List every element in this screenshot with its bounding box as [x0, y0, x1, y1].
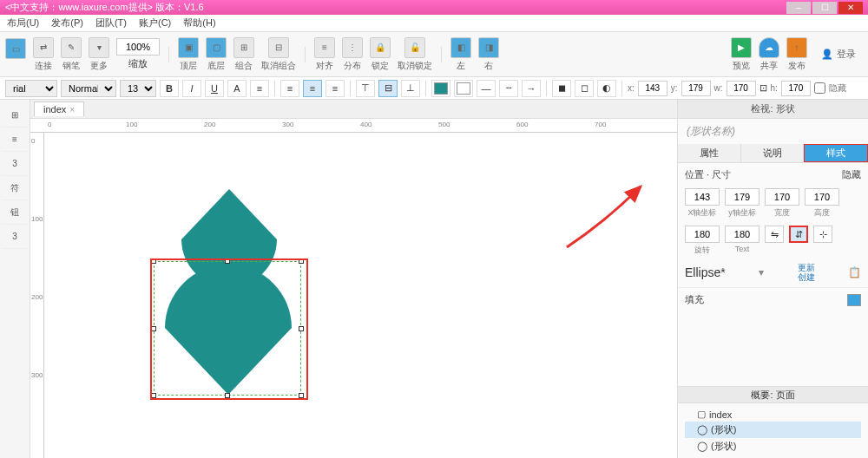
menu-help[interactable]: 帮助(H)	[183, 16, 215, 29]
y-input[interactable]	[681, 81, 711, 96]
sel-handle-br[interactable]	[299, 393, 304, 398]
preview-icon[interactable]: ▶	[731, 37, 752, 58]
bullets-button[interactable]: ≡	[250, 80, 269, 97]
menu-bar: 布局(U) 发布(P) 团队(T) 账户(C) 帮助(H)	[0, 15, 868, 32]
close-button[interactable]: ✕	[838, 2, 863, 14]
publish-icon[interactable]: ↑	[786, 37, 807, 58]
panel-item-3[interactable]: 3	[2, 152, 28, 176]
pen-icon[interactable]: ✎	[61, 37, 82, 58]
main-toolbar: ▭ ⇄连接 ✎钢笔 ▾更多 缩放 ▣顶层 ▢底层 ⊞组合 ⊟取消组合 ≡对齐 ⋮…	[0, 32, 868, 77]
canvas[interactable]	[44, 133, 677, 458]
align-icon[interactable]: ≡	[314, 37, 335, 58]
outline-page[interactable]: ▢index	[685, 407, 861, 422]
sel-handle-tl[interactable]	[151, 258, 156, 264]
valign-m-button[interactable]: ⊟	[378, 80, 398, 97]
ungroup-icon[interactable]: ⊟	[268, 37, 289, 58]
style-name[interactable]: Ellipse*	[685, 265, 726, 279]
ins-h-input[interactable]	[805, 188, 839, 206]
minimize-button[interactable]: –	[786, 2, 811, 14]
font-select[interactable]: rial	[5, 80, 57, 97]
panel-item-6[interactable]: 3	[2, 225, 28, 249]
send-back-icon[interactable]: ▢	[206, 37, 227, 58]
shape-name-input[interactable]: (形状名称)	[678, 119, 868, 144]
shadow-ext-button[interactable]: ◼	[552, 80, 571, 97]
outline-header: 概要: 页面	[678, 386, 868, 403]
tab-properties[interactable]: 属性	[678, 144, 741, 162]
underline-button[interactable]: U	[205, 80, 224, 97]
sel-handle-tc[interactable]	[225, 258, 230, 264]
w-input[interactable]	[727, 81, 756, 96]
unlock-icon[interactable]: 🔓	[404, 37, 425, 58]
align-l-button[interactable]: ≡	[280, 80, 299, 97]
ins-w-input[interactable]	[765, 188, 799, 206]
flip-h-icon[interactable]: ⇋	[765, 226, 784, 243]
sel-handle-ml[interactable]	[151, 326, 156, 331]
sel-handle-mr[interactable]	[299, 326, 304, 331]
lock-icon[interactable]: 🔒	[370, 37, 391, 58]
line-width-button[interactable]: —	[477, 80, 496, 97]
sel-handle-bl[interactable]	[151, 393, 156, 398]
italic-button[interactable]: I	[182, 80, 201, 97]
outline-shape-2[interactable]: ◯(形状)	[685, 438, 861, 455]
align-r-button[interactable]: ≡	[326, 80, 345, 97]
hidden-checkbox[interactable]	[814, 82, 825, 94]
x-input[interactable]	[638, 81, 667, 96]
panel-item-4[interactable]: 符	[2, 176, 28, 200]
fill-color-swatch[interactable]	[847, 294, 861, 306]
copy-style-icon[interactable]: 📋	[848, 266, 861, 278]
distribute-icon[interactable]: ⋮	[342, 37, 363, 58]
text-color-button[interactable]: A	[227, 80, 247, 97]
title-text: <中文支持：www.iaxure.com提供> 版本：V1.6	[5, 1, 204, 14]
sel-handle-bc[interactable]	[225, 393, 230, 398]
menu-team[interactable]: 团队(T)	[95, 16, 127, 29]
tab-index[interactable]: index ×	[34, 101, 84, 116]
shape-icon[interactable]: ▭	[5, 38, 26, 59]
menu-publish[interactable]: 发布(P)	[51, 16, 83, 29]
size-select[interactable]: 13	[120, 80, 156, 97]
panel-list-icon[interactable]: ≡	[2, 128, 28, 152]
update-link[interactable]: 更新	[798, 263, 815, 272]
flip-v-icon[interactable]: ⇵	[789, 226, 808, 243]
tab-notes[interactable]: 说明	[741, 144, 805, 162]
panel-add-icon[interactable]: ⊞	[2, 103, 28, 128]
anchor-icon[interactable]: ⊹	[813, 226, 832, 243]
arrow-button[interactable]: →	[522, 80, 541, 97]
maximize-button[interactable]: ☐	[812, 2, 837, 14]
panel-item-5[interactable]: 钮	[2, 200, 28, 225]
valign-t-button[interactable]: ⊤	[356, 80, 375, 97]
bold-button[interactable]: B	[160, 80, 179, 97]
lock-ratio-icon[interactable]: ⊡	[760, 82, 767, 94]
tab-style[interactable]: 样式	[804, 144, 868, 162]
login-button[interactable]: 👤登录	[814, 44, 863, 64]
menu-layout[interactable]: 布局(U)	[7, 16, 39, 29]
opacity-button[interactable]: ◐	[597, 80, 616, 97]
bring-front-icon[interactable]: ▣	[178, 37, 199, 58]
group-icon[interactable]: ⊞	[233, 37, 254, 58]
share-icon[interactable]: ☁	[759, 37, 779, 58]
ins-text-input[interactable]	[725, 226, 760, 243]
menu-account[interactable]: 账户(C)	[139, 16, 171, 29]
align-c-button[interactable]: ≡	[303, 80, 322, 97]
create-link[interactable]: 创建	[798, 272, 815, 282]
outline-shape-1[interactable]: ◯(形状)	[685, 422, 861, 438]
border-color-button[interactable]	[454, 80, 473, 97]
ins-x-input[interactable]	[685, 188, 720, 206]
shadow-in-button[interactable]: ◻	[575, 80, 594, 97]
sel-handle-tr[interactable]	[299, 258, 304, 264]
weight-select[interactable]: Normal	[61, 80, 116, 97]
zoom-input[interactable]	[116, 38, 160, 56]
valign-b-button[interactable]: ⊥	[401, 80, 420, 97]
line-style-button[interactable]: ╌	[499, 80, 518, 97]
ruler-horizontal: 0100 200300 400500 600700	[30, 119, 677, 133]
tab-close-icon[interactable]: ×	[69, 105, 75, 114]
h-input[interactable]	[781, 81, 811, 96]
page-icon: ▢	[697, 409, 706, 420]
align-left-icon[interactable]: ◧	[450, 37, 471, 58]
fill-color-button[interactable]	[431, 80, 450, 97]
ins-rot-input[interactable]	[685, 226, 720, 243]
connect-icon[interactable]: ⇄	[33, 37, 54, 58]
more-icon[interactable]: ▾	[89, 37, 109, 58]
align-right-icon[interactable]: ◨	[478, 37, 499, 58]
hidden-toggle[interactable]: 隐藏	[842, 168, 861, 181]
ins-y-input[interactable]	[725, 188, 760, 206]
